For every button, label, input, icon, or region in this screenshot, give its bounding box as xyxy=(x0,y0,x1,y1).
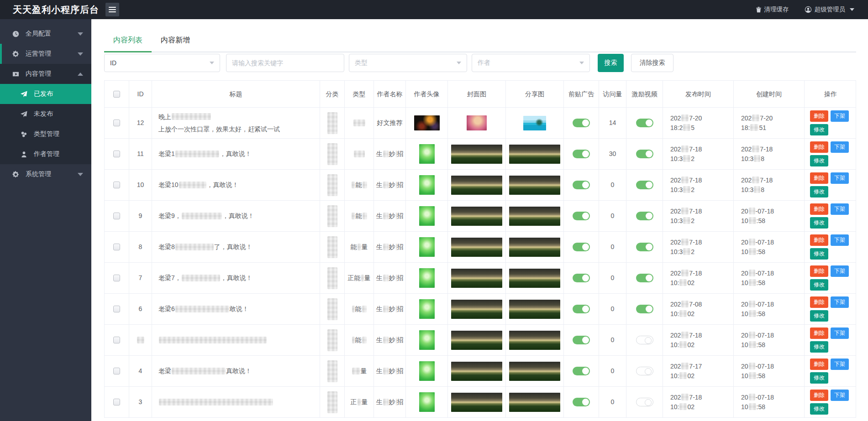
row-checkbox[interactable] xyxy=(113,337,120,343)
edit-button[interactable]: 修改 xyxy=(810,186,828,198)
preroll-toggle[interactable] xyxy=(573,119,590,127)
edit-button[interactable]: 修改 xyxy=(810,155,828,166)
row-checkbox[interactable] xyxy=(113,275,120,281)
cell-author-avatar xyxy=(406,356,448,386)
delete-button[interactable]: 删除 xyxy=(810,110,828,122)
incentive-toggle[interactable] xyxy=(636,212,653,220)
cell-preroll-ad xyxy=(564,232,599,262)
censored-block xyxy=(352,368,360,374)
clear-search-button[interactable]: 清除搜索 xyxy=(631,54,673,72)
censored-block xyxy=(327,112,337,134)
censored-block xyxy=(681,301,689,307)
row-checkbox[interactable] xyxy=(113,213,120,219)
censored-block xyxy=(383,306,389,312)
edit-button[interactable]: 修改 xyxy=(810,279,828,291)
search-button[interactable]: 搜索 xyxy=(598,54,624,72)
row-checkbox[interactable] xyxy=(113,151,120,157)
take-down-button[interactable]: 下架 xyxy=(831,359,849,370)
incentive-toggle[interactable] xyxy=(636,150,653,158)
delete-button[interactable]: 删除 xyxy=(810,203,828,215)
take-down-button[interactable]: 下架 xyxy=(831,110,849,122)
sidebar-item-unpublished[interactable]: 未发布 xyxy=(0,104,91,124)
edit-button[interactable]: 修改 xyxy=(810,310,828,322)
preroll-toggle[interactable] xyxy=(573,305,590,313)
row-checkbox[interactable] xyxy=(113,306,120,312)
row-checkbox[interactable] xyxy=(113,182,120,188)
date-line: 10:58 xyxy=(741,402,765,411)
tab-content-add[interactable]: 内容新增 xyxy=(152,36,199,52)
edit-button[interactable]: 修改 xyxy=(810,248,828,260)
delete-button[interactable]: 删除 xyxy=(810,390,828,401)
id-select[interactable]: ID xyxy=(104,54,220,72)
incentive-toggle[interactable] xyxy=(636,398,653,406)
edit-button[interactable]: 修改 xyxy=(810,124,828,135)
take-down-button[interactable]: 下架 xyxy=(831,172,849,184)
sidebar-item-type-management[interactable]: 类型管理 xyxy=(0,124,91,144)
select-all-checkbox[interactable] xyxy=(113,91,120,98)
take-down-button[interactable]: 下架 xyxy=(831,141,849,153)
delete-button[interactable]: 删除 xyxy=(810,359,828,370)
censored-block xyxy=(175,151,219,157)
censored-block xyxy=(683,186,690,193)
preroll-toggle[interactable] xyxy=(573,336,590,344)
author-select[interactable]: 作者 xyxy=(472,54,590,72)
cell-publish-time: 2027-2018:25 xyxy=(663,108,734,138)
edit-button[interactable]: 修改 xyxy=(810,403,828,415)
censored-block xyxy=(683,124,690,131)
row-checkbox[interactable] xyxy=(113,244,120,250)
edit-button[interactable]: 修改 xyxy=(810,217,828,229)
take-down-button[interactable]: 下架 xyxy=(831,265,849,277)
cell-select xyxy=(105,232,129,262)
row-checkbox[interactable] xyxy=(113,399,120,405)
censored-block xyxy=(363,182,367,188)
delete-button[interactable]: 删除 xyxy=(810,296,828,308)
edit-button[interactable]: 修改 xyxy=(810,372,828,384)
delete-button[interactable]: 删除 xyxy=(810,172,828,184)
sidebar-toggle-button[interactable] xyxy=(105,3,119,16)
sidebar-item-operations[interactable]: 运营管理 xyxy=(0,44,91,64)
row-checkbox[interactable] xyxy=(113,120,120,126)
edit-button[interactable]: 修改 xyxy=(810,341,828,353)
incentive-toggle[interactable] xyxy=(636,336,653,344)
incentive-toggle[interactable] xyxy=(636,243,653,251)
incentive-toggle[interactable] xyxy=(636,119,653,127)
sidebar-item-content-management[interactable]: 内容管理 xyxy=(0,64,91,84)
preroll-toggle[interactable] xyxy=(573,274,590,282)
censored-block xyxy=(363,213,367,219)
cell-visits: 0 xyxy=(599,356,626,386)
sidebar-item-system-management[interactable]: 系统管理 xyxy=(0,164,91,184)
preroll-toggle[interactable] xyxy=(573,398,590,406)
tab-content-list[interactable]: 内容列表 xyxy=(104,36,152,52)
incentive-toggle[interactable] xyxy=(636,367,653,375)
delete-button[interactable]: 删除 xyxy=(810,327,828,339)
clear-cache-button[interactable]: 清理缓存 xyxy=(756,5,789,14)
incentive-toggle[interactable] xyxy=(636,274,653,282)
sidebar-item-global-config[interactable]: 全局配置 xyxy=(0,24,91,44)
sidebar-item-published[interactable]: 已发布 xyxy=(0,84,91,104)
take-down-button[interactable]: 下架 xyxy=(831,296,849,308)
delete-button[interactable]: 删除 xyxy=(810,265,828,277)
cell-incentive-video xyxy=(626,387,663,417)
incentive-toggle[interactable] xyxy=(636,181,653,189)
take-down-button[interactable]: 下架 xyxy=(831,203,849,215)
preroll-toggle[interactable] xyxy=(573,243,590,251)
incentive-toggle[interactable] xyxy=(636,305,653,313)
type-select[interactable]: 类型 xyxy=(349,54,467,72)
keyword-input[interactable] xyxy=(226,54,344,72)
preroll-toggle[interactable] xyxy=(573,367,590,375)
date-line: 2027-18 xyxy=(741,176,773,185)
sidebar-item-author-management[interactable]: 作者管理 xyxy=(0,144,91,164)
cell-author-name: 生妙招 xyxy=(374,387,406,417)
admin-menu[interactable]: 超级管理员 xyxy=(805,5,855,14)
take-down-button[interactable]: 下架 xyxy=(831,234,849,246)
preroll-toggle[interactable] xyxy=(573,212,590,220)
cell-incentive-video xyxy=(626,139,663,169)
delete-button[interactable]: 删除 xyxy=(810,234,828,246)
take-down-button[interactable]: 下架 xyxy=(831,327,849,339)
take-down-button[interactable]: 下架 xyxy=(831,390,849,401)
preroll-toggle[interactable] xyxy=(573,150,590,158)
preroll-toggle[interactable] xyxy=(573,181,590,189)
delete-button[interactable]: 删除 xyxy=(810,141,828,153)
row-checkbox[interactable] xyxy=(113,368,120,374)
censored-block xyxy=(681,177,689,183)
